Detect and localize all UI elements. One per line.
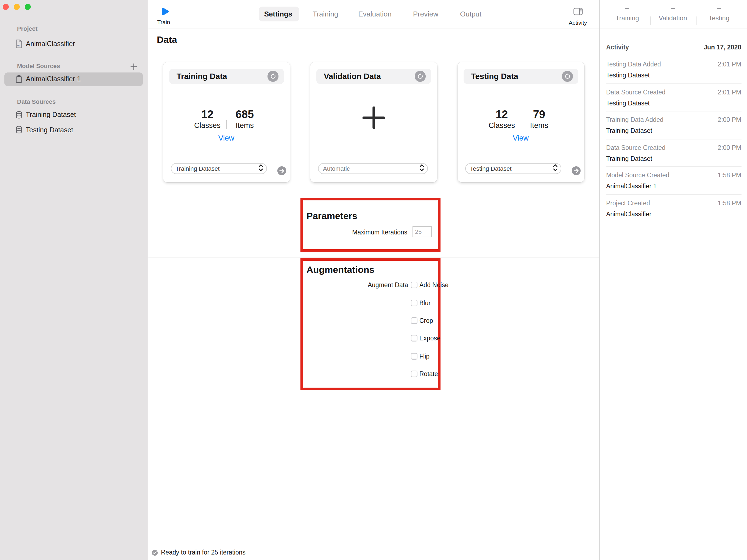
items-count: 685 [223,108,267,121]
status-text: Ready to train for 25 iterations [161,549,246,556]
event-divider [606,111,741,111]
metrics-separator [650,17,651,25]
event-title: Project Created [606,199,718,207]
activity-toggle-button[interactable] [573,7,583,15]
view-link[interactable]: View [163,134,290,142]
toolbar: Train Settings Training Evaluation Previ… [148,0,599,29]
flip-label: Flip [419,353,430,359]
database-icon [15,126,22,134]
items-label: Items [223,121,267,129]
augment-data-label: Augment Data [326,281,408,289]
blur-checkbox[interactable] [411,299,417,306]
metric-dash-placeholder [717,8,721,9]
event-time: 2:01 PM [718,60,741,68]
sidebar-item-project[interactable]: ML AnimalClassifier [16,39,75,49]
event-subject: Testing Dataset [606,99,741,107]
crop-label: Crop [419,317,433,324]
sidebar-item-testing-dataset[interactable]: Testing Dataset [15,125,73,135]
sidebar-item-model-source-selected[interactable]: AnimalClassifier 1 [4,73,143,86]
model-sources-section-label: Model Sources [17,62,60,70]
crop-checkbox[interactable] [411,317,417,324]
metrics-separator [696,17,697,25]
sidebar: Project ML AnimalClassifier Model Source… [0,0,148,560]
activity-header-divider [606,54,741,54]
checkbox-row: Blur [411,299,431,306]
svg-text:ML: ML [17,44,21,47]
metric-testing[interactable]: Testing [709,0,729,22]
minimize-window-button[interactable] [14,4,20,10]
view-link[interactable]: View [457,134,584,142]
testing-dataset-label: Testing Dataset [26,126,73,134]
add-validation-data-button[interactable] [362,107,385,131]
zoom-window-button[interactable] [24,4,30,10]
event-subject: AnimalClassifier 1 [606,182,741,190]
expose-label: Expose [419,335,440,342]
train-button[interactable] [161,7,170,16]
metric-dash-placeholder [671,8,675,9]
event-time: 1:58 PM [718,199,741,207]
training-data-dropdown-value: Training Dataset [176,165,258,171]
event-title: Data Source Created [606,143,718,151]
tab-settings[interactable]: Settings [264,7,292,21]
database-icon [15,111,22,119]
parameters-heading: Parameters [307,211,357,221]
tab-output[interactable]: Output [460,7,482,21]
event-subject: Training Dataset [606,155,741,162]
testing-data-card-title: Testing Data [471,72,518,81]
validation-data-dropdown[interactable]: Automatic [318,163,428,174]
event-subject: Testing Dataset [606,71,741,79]
chevron-up-down-icon [258,163,263,173]
rotate-checkbox[interactable] [411,371,417,377]
activity-event: Data Source Created 2:01 PM Testing Data… [606,88,741,107]
tab-preview[interactable]: Preview [413,7,439,21]
checkbox-row: Expose [411,335,440,342]
add-noise-checkbox[interactable] [411,282,417,288]
close-window-button[interactable] [2,4,8,10]
activity-header: Activity Jun 17, 2020 [606,44,741,51]
createml-window: Project ML AnimalClassifier Model Source… [0,0,747,560]
ready-check-icon [151,549,158,556]
activity-event: Testing Data Added 2:01 PM Testing Datas… [606,60,741,79]
refresh-icon[interactable] [267,71,278,82]
training-data-dropdown[interactable]: Training Dataset [171,163,267,174]
metrics-header: Training Validation Testing [600,0,747,29]
testing-data-card-header: Testing Data [463,69,578,84]
refresh-icon[interactable] [415,71,426,82]
activity-event: Training Data Added 2:00 PM Training Dat… [606,116,741,134]
tab-evaluation[interactable]: Evaluation [358,7,391,21]
testing-data-dropdown-value: Testing Dataset [470,165,553,171]
metric-validation-label: Validation [659,14,687,22]
metric-testing-label: Testing [709,14,729,22]
testing-data-dropdown[interactable]: Testing Dataset [465,163,561,174]
open-in-arrow-button[interactable] [572,166,580,175]
project-section-label: Project [17,25,37,32]
refresh-icon[interactable] [562,71,573,82]
training-data-card-header: Training Data [169,69,284,84]
event-title: Data Source Created [606,88,718,96]
sidebar-item-training-dataset[interactable]: Training Dataset [15,110,76,120]
tab-training[interactable]: Training [313,7,338,21]
open-in-arrow-button[interactable] [277,166,286,175]
section-divider [148,257,599,257]
expose-checkbox[interactable] [411,335,417,342]
event-title: Model Source Created [606,171,718,179]
metric-validation[interactable]: Validation [659,0,687,22]
metric-training[interactable]: Training [615,0,639,22]
event-time: 2:01 PM [718,88,741,96]
checkbox-row: Rotate [411,371,438,377]
flip-checkbox[interactable] [411,353,417,359]
train-button-label: Train [157,19,170,26]
event-title: Training Data Added [606,116,718,124]
validation-data-card: Validation Data Automatic [310,62,437,182]
data-sources-section-label: Data Sources [17,98,56,105]
activity-event: Data Source Created 2:00 PM Training Dat… [606,143,741,162]
event-time: 2:00 PM [718,143,741,151]
add-model-source-button[interactable] [130,62,137,72]
rotate-label: Rotate [419,371,438,377]
activity-header-date: Jun 17, 2020 [704,44,741,51]
activity-button-label: Activity [569,19,587,26]
event-divider [606,222,741,222]
maximum-iterations-label: Maximum Iterations [325,228,407,236]
maximum-iterations-input[interactable] [412,226,432,237]
model-source-icon [16,75,23,83]
